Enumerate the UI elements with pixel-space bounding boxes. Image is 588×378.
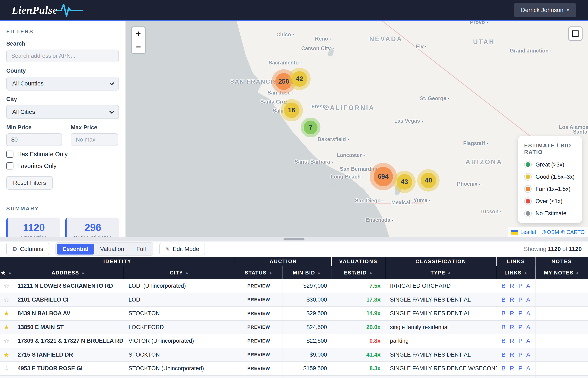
cell-est-bid-ratio: 8.3x (332, 362, 385, 375)
table-row[interactable]: ☆4953 E TUDOR ROSE GLSTOCKTON (Unincorpo… (0, 362, 588, 376)
map-label: St. George▪ (420, 95, 449, 101)
legend-item-none: No Estimate (524, 210, 576, 217)
cluster-marker[interactable]: 7 (301, 118, 321, 137)
header-min-bid[interactable]: MIN BID▲ (282, 266, 332, 279)
property-links[interactable]: B R P A (497, 307, 535, 320)
legend-dot-icon (524, 197, 532, 205)
sort-arrow-icon: ▲ (185, 271, 189, 275)
map-city-dot-icon: ▪ (500, 210, 501, 214)
cell-empty (124, 376, 235, 378)
favorite-star-icon[interactable]: ☆ (0, 334, 13, 348)
cell-my-notes[interactable] (535, 279, 588, 293)
map-city-dot-icon: ▪ (487, 141, 488, 145)
table-row[interactable]: ☆2101 CABRILLO CILODIPREVIEW$30,00017.3x… (0, 293, 588, 307)
table-row[interactable]: ★2715 STANFIELD DRSTOCKTONPREVIEW$9,0004… (0, 348, 588, 362)
table-row[interactable]: ☆17309 & 17321 & 17327 N BRUELLA RD.VICT… (0, 334, 588, 348)
property-links[interactable]: B R P A (497, 279, 535, 293)
table-row[interactable]: ★13850 E MAIN STLOCKEFORDPREVIEW$24,5002… (0, 321, 588, 335)
map-city-dot-icon: ▪ (429, 199, 430, 203)
legend-item-good: Good (1.5x–3x) (524, 173, 576, 181)
tab-essential[interactable]: Essential (57, 243, 94, 255)
city-select[interactable]: All Cities (6, 105, 119, 119)
user-menu-button[interactable]: Derrick Johnson ▾ (514, 3, 576, 17)
table-row[interactable]: ★8439 N BALBOA AVSTOCKTONPREVIEW$29,5001… (0, 307, 588, 321)
header-type[interactable]: TYPE▲ (385, 266, 497, 279)
gear-icon: ⚙ (12, 246, 17, 252)
favorite-star-icon[interactable]: ★ (0, 321, 13, 334)
header-my-notes[interactable]: MY NOTES▲ (535, 266, 588, 279)
has-estimate-checkbox[interactable] (6, 150, 13, 158)
legend-title: ESTIMATE / BID RATIO (524, 142, 576, 155)
favorite-star-icon[interactable]: ★ (0, 307, 13, 320)
map-extent-button[interactable] (568, 27, 583, 41)
favorite-star-icon[interactable]: ★ (0, 348, 13, 362)
map-label: Carson City▪ (301, 45, 334, 51)
favorite-star-icon[interactable]: ☆ (0, 279, 13, 293)
county-label: County (6, 68, 119, 74)
legend-label: Good (1.5x–3x) (535, 174, 575, 180)
property-links[interactable]: B R P A (497, 334, 535, 348)
cell-min-bid: $24,500 (282, 321, 332, 334)
header-city[interactable]: CITY▲ (124, 266, 235, 279)
cell-my-notes[interactable] (535, 348, 588, 362)
pencil-icon: ✎ (165, 246, 170, 252)
osm-link[interactable]: © OSM (542, 229, 559, 235)
table-row[interactable] (0, 376, 588, 378)
pulse-icon (56, 3, 84, 18)
property-links[interactable]: B R P A (497, 321, 535, 334)
map-city-dot-icon: ▪ (550, 49, 551, 53)
property-links[interactable]: B R P A (497, 348, 535, 362)
property-links[interactable]: B R P A (497, 362, 535, 375)
cell-address: 8439 N BALBOA AV (13, 307, 124, 320)
cluster-marker[interactable]: 40 (417, 169, 440, 191)
favorites-only-label: Favorites Only (17, 162, 56, 169)
leaflet-link[interactable]: Leaflet (520, 229, 536, 235)
max-price-input[interactable] (71, 133, 118, 146)
tab-full[interactable]: Full (130, 243, 152, 255)
search-input[interactable] (6, 50, 119, 62)
columns-button[interactable]: ⚙ Columns (6, 243, 49, 255)
favorite-star-icon[interactable]: ☆ (0, 293, 13, 307)
favorite-star-icon[interactable]: ☆ (0, 362, 13, 375)
header-est-bid[interactable]: EST/BID▲ (332, 266, 385, 279)
edit-mode-button[interactable]: ✎ Edit Mode (159, 243, 205, 255)
cell-my-notes[interactable] (535, 321, 588, 334)
cell-address: 11211 N LOWER SACRAMENTO RD (13, 279, 124, 293)
cluster-marker[interactable]: 16 (281, 99, 303, 122)
cluster-marker[interactable]: 42 (288, 68, 311, 90)
cluster-marker[interactable]: 694 (370, 163, 397, 190)
cell-my-notes[interactable] (535, 307, 588, 320)
reset-filters-button[interactable]: Reset Filters (6, 176, 53, 190)
sort-arrow-icon: ▲ (448, 271, 452, 275)
carto-link[interactable]: © CARTO (561, 229, 585, 235)
ukraine-flag-icon (511, 230, 518, 235)
cell-city: LODI (124, 293, 235, 307)
cell-my-notes[interactable] (535, 362, 588, 375)
cell-my-notes[interactable] (535, 293, 588, 307)
header-status[interactable]: STATUS▲ (235, 266, 282, 279)
legend-label: Over (<1x) (535, 198, 562, 204)
min-price-input[interactable] (6, 133, 62, 146)
map-canvas[interactable]: Provo▪Chico▪Reno▪Carson City▪NEVADAEly▪U… (126, 21, 588, 237)
property-links[interactable]: B R P A (497, 293, 535, 307)
cell-address: 2715 STANFIELD DR (13, 348, 124, 362)
table-row[interactable]: ☆11211 N LOWER SACRAMENTO RDLODI (Uninco… (0, 279, 588, 293)
tab-valuation[interactable]: Valuation (94, 243, 130, 255)
header-links[interactable]: LINKS▲ (497, 266, 535, 279)
legend-item-fair: Fair (1x–1.5x) (524, 185, 576, 193)
map-table-resize-handle[interactable] (283, 238, 305, 241)
cluster-count: 40 (421, 173, 436, 188)
map-city-dot-icon: ▪ (479, 182, 480, 186)
header-favorite[interactable]: ★ ▲ (0, 266, 13, 279)
zoom-in-button[interactable]: + (132, 27, 145, 40)
zoom-out-button[interactable]: − (132, 40, 145, 53)
favorites-only-checkbox[interactable] (6, 162, 13, 169)
map-label: San Diego▪ (355, 198, 384, 204)
map-city-dot-icon: ▪ (300, 61, 302, 65)
status-badge: PREVIEW (235, 362, 282, 375)
header-address[interactable]: ADDRESS▲ (13, 266, 124, 279)
county-select[interactable]: All Counties (6, 77, 119, 91)
cell-my-notes[interactable] (535, 334, 588, 348)
cluster-marker[interactable]: 43 (393, 171, 415, 193)
cell-type: IRRIGATED ORCHARD (385, 279, 497, 293)
